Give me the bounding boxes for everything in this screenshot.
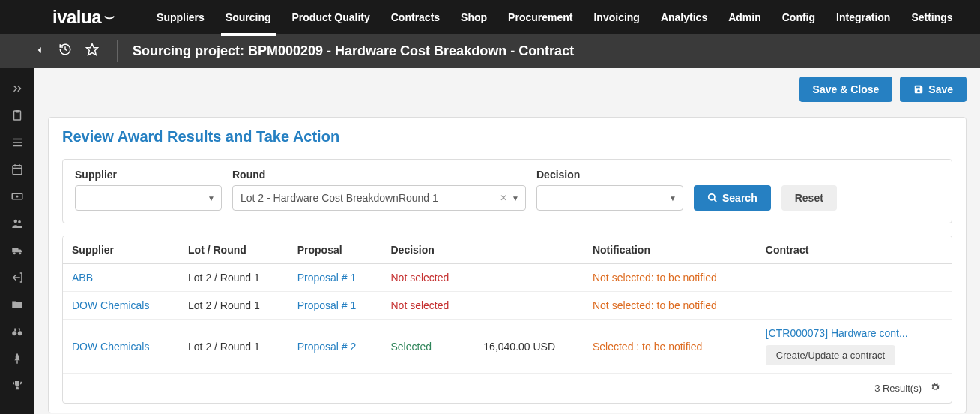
svg-point-5 <box>16 196 19 198</box>
filter-bar: Supplier ▼ Round Lot 2 - Hardware Cost B… <box>62 159 952 224</box>
top-nav: ivalua SuppliersSourcingProduct QualityC… <box>0 0 980 34</box>
chevron-down-icon: ▼ <box>512 194 519 202</box>
column-header: Proposal <box>288 236 382 264</box>
nav-item-settings[interactable]: Settings <box>901 0 963 34</box>
sidebar-users-icon[interactable] <box>0 210 34 237</box>
svg-line-13 <box>714 200 717 202</box>
nav-item-product-quality[interactable]: Product Quality <box>282 0 381 34</box>
star-icon[interactable] <box>85 43 99 60</box>
sidebar-binoculars-icon[interactable] <box>0 318 34 345</box>
back-icon[interactable] <box>34 44 45 59</box>
results-table: SupplierLot / RoundProposalDecisionNotif… <box>63 236 952 373</box>
sidebar-expand-icon[interactable] <box>0 75 34 102</box>
round-filter-label: Round <box>232 169 526 181</box>
column-header: Decision <box>381 236 474 264</box>
column-header <box>474 236 584 264</box>
supplier-filter-label: Supplier <box>75 169 222 181</box>
supplier-link[interactable]: ABB <box>72 272 93 284</box>
save-close-button[interactable]: Save & Close <box>799 76 893 102</box>
notification-text: Selected : to be notified <box>593 340 702 352</box>
nav-item-shop[interactable]: Shop <box>450 0 497 34</box>
sidebar-trophy-icon[interactable] <box>0 372 34 399</box>
sidebar-exit-icon[interactable] <box>0 264 34 291</box>
left-sidebar <box>0 68 34 414</box>
nav-item-admin[interactable]: Admin <box>718 0 772 34</box>
svg-point-9 <box>19 252 21 254</box>
results-count: 3 Result(s) <box>874 382 922 394</box>
decision-select[interactable]: ▼ <box>536 185 683 211</box>
amount-cell <box>474 292 584 320</box>
clear-icon[interactable]: ✕ <box>500 193 507 203</box>
proposal-link[interactable]: Proposal # 2 <box>297 340 357 352</box>
nav-item-contracts[interactable]: Contracts <box>381 0 450 34</box>
page-title: Sourcing project: BPM000209 - Hardware C… <box>133 44 574 59</box>
table-footer: 3 Result(s) <box>63 373 952 403</box>
notification-text: Not selected: to be notified <box>593 272 717 284</box>
sidebar-truck-icon[interactable] <box>0 237 34 264</box>
chevron-down-icon: ▼ <box>669 194 677 202</box>
nav-item-suppliers[interactable]: Suppliers <box>146 0 215 34</box>
svg-point-10 <box>12 331 16 335</box>
reset-button[interactable]: Reset <box>781 185 837 211</box>
round-select[interactable]: Lot 2 - Hardware Cost BreakdownRound 1 ✕… <box>232 185 526 211</box>
decision-text: Not selected <box>390 299 449 311</box>
supplier-select[interactable]: ▼ <box>75 185 222 211</box>
save-icon <box>913 84 924 94</box>
panel-title: Review Award Results and Take Action <box>49 118 966 153</box>
nav-item-invoicing[interactable]: Invoicing <box>583 0 650 34</box>
lot-round-cell: Lot 2 / Round 1 <box>179 292 288 320</box>
sidebar-clipboard-icon[interactable] <box>0 102 34 129</box>
notification-text: Not selected: to be notified <box>593 299 717 311</box>
sidebar-folder-icon[interactable] <box>0 291 34 318</box>
logo-smile-icon <box>103 10 116 24</box>
sidebar-calendar-icon[interactable] <box>0 156 34 183</box>
svg-point-6 <box>14 220 18 224</box>
svg-marker-0 <box>87 44 98 55</box>
column-header: Contract <box>757 236 952 264</box>
table-row: DOW ChemicalsLot 2 / Round 1Proposal # 1… <box>63 292 952 320</box>
sidebar-list-icon[interactable] <box>0 129 34 156</box>
supplier-link[interactable]: DOW Chemicals <box>72 340 149 352</box>
nav-item-sourcing[interactable]: Sourcing <box>215 0 282 34</box>
column-header: Supplier <box>63 236 179 264</box>
svg-point-7 <box>18 220 21 224</box>
column-header: Notification <box>584 236 757 264</box>
chevron-down-icon: ▼ <box>208 194 215 202</box>
logo: ivalua <box>0 7 146 28</box>
amount-cell <box>474 264 584 292</box>
award-results-panel: Review Award Results and Take Action Sup… <box>48 117 967 413</box>
contract-link[interactable]: [CTR000073] Hardware cont... <box>766 327 908 339</box>
table-row: ABBLot 2 / Round 1Proposal # 1Not select… <box>63 264 952 292</box>
nav-item-config[interactable]: Config <box>772 0 826 34</box>
history-icon[interactable] <box>58 43 72 60</box>
lot-round-cell: Lot 2 / Round 1 <box>179 264 288 292</box>
decision-text: Selected <box>390 340 431 352</box>
proposal-link[interactable]: Proposal # 1 <box>297 299 357 311</box>
nav-item-procurement[interactable]: Procurement <box>497 0 583 34</box>
decision-filter-label: Decision <box>536 169 683 181</box>
amount-cell: 16,040.00 USD <box>474 320 584 374</box>
supplier-link[interactable]: DOW Chemicals <box>72 299 149 311</box>
column-header: Lot / Round <box>179 236 288 264</box>
nav-item-integration[interactable]: Integration <box>826 0 901 34</box>
gear-icon[interactable] <box>929 381 941 395</box>
nav-item-analytics[interactable]: Analytics <box>650 0 718 34</box>
svg-rect-3 <box>13 166 22 175</box>
search-icon <box>707 193 718 203</box>
proposal-link[interactable]: Proposal # 1 <box>297 272 357 284</box>
create-contract-button[interactable]: Create/Update a contract <box>766 345 895 365</box>
sidebar-pin-icon[interactable] <box>0 345 34 372</box>
svg-rect-1 <box>14 111 21 120</box>
search-button[interactable]: Search <box>694 185 771 211</box>
save-button[interactable]: Save <box>900 76 967 102</box>
sub-nav: Sourcing project: BPM000209 - Hardware C… <box>0 34 980 68</box>
svg-rect-2 <box>16 110 19 112</box>
svg-point-11 <box>18 331 22 335</box>
svg-point-12 <box>709 194 715 200</box>
decision-text: Not selected <box>390 272 449 284</box>
sidebar-cash-icon[interactable] <box>0 183 34 210</box>
lot-round-cell: Lot 2 / Round 1 <box>179 320 288 374</box>
table-row: DOW ChemicalsLot 2 / Round 1Proposal # 2… <box>63 320 952 374</box>
svg-point-8 <box>13 252 16 254</box>
